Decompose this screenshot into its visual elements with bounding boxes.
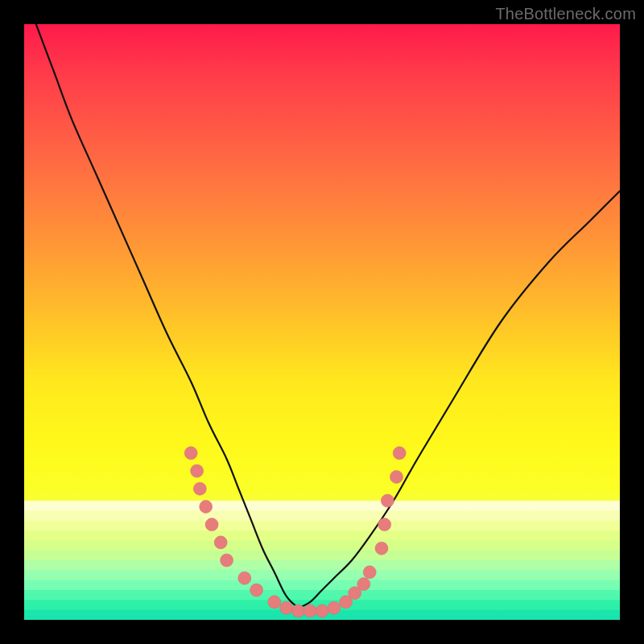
data-point	[357, 578, 370, 591]
gradient-band	[24, 530, 620, 541]
data-point	[375, 542, 388, 555]
gradient-band	[24, 590, 620, 601]
data-point	[291, 605, 304, 617]
data-point	[184, 447, 197, 460]
curves-svg	[24, 24, 620, 620]
gradient-band	[24, 551, 620, 561]
data-point	[200, 500, 213, 513]
data-point	[268, 596, 281, 609]
gradient-band	[24, 510, 620, 521]
plot-area	[24, 24, 620, 620]
data-point	[191, 464, 204, 477]
data-point	[390, 470, 403, 483]
data-point	[378, 518, 391, 531]
data-point	[328, 601, 341, 614]
data-point	[303, 605, 316, 617]
gradient-band	[24, 540, 620, 551]
gradient-band	[24, 570, 620, 580]
data-point	[316, 605, 328, 617]
data-point	[205, 518, 218, 531]
gradient-band	[24, 521, 620, 531]
gradient-band	[24, 501, 620, 511]
data-point	[381, 494, 394, 507]
chart-container: TheBottleneck.com	[0, 0, 644, 644]
data-point	[280, 601, 293, 614]
data-point	[221, 554, 233, 567]
watermark-text: TheBottleneck.com	[495, 5, 636, 23]
data-point	[363, 566, 376, 579]
data-point	[214, 536, 227, 549]
gradient-band	[24, 560, 620, 571]
data-point	[393, 447, 406, 460]
data-point	[250, 584, 263, 597]
color-bands	[24, 501, 620, 620]
data-point	[238, 572, 251, 584]
data-point	[193, 482, 206, 495]
